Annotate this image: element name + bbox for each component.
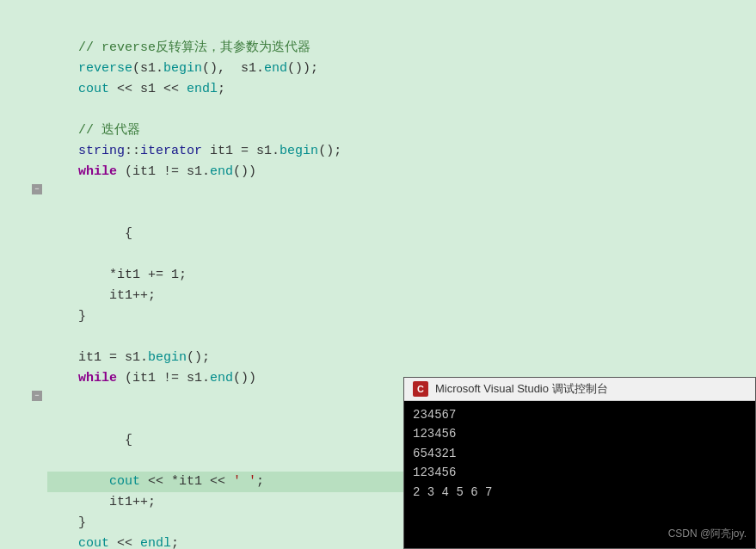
console-window: C Microsoft Visual Studio 调试控制台 234567 1… [403,377,756,549]
console-output-2: 123456 [413,424,747,443]
code-line: while (it1 != s1.end()) [47,162,756,182]
console-titlebar: C Microsoft Visual Studio 调试控制台 [404,378,755,401]
collapse-icon-2[interactable]: − [32,391,42,401]
console-output-5: 2 3 4 5 6 7 [413,483,747,502]
code-line: − { [47,182,756,265]
console-output-3: 654321 [413,444,747,463]
console-icon: C [413,381,428,397]
code-line: it1++; [47,286,756,306]
editor-area: // reverse反转算法，其参数为迭代器 reverse(s1.begin(… [0,0,756,549]
collapse-icon[interactable]: − [32,184,42,194]
console-output-1: 234567 [413,405,747,424]
code-line [47,17,756,38]
code-line [47,100,756,120]
code-line: string::iterator it1 = s1.begin(); [47,141,756,162]
console-title: Microsoft Visual Studio 调试控制台 [435,381,608,397]
code-line [47,327,756,348]
code-line: it1 = s1.begin(); [47,348,756,368]
code-line: // reverse反转算法，其参数为迭代器 [47,38,756,59]
code-line: reverse(s1.begin(), s1.end()); [47,59,756,79]
code-line: *it1 += 1; [47,265,756,286]
code-line: cout << s1 << endl; [47,79,756,100]
console-body: 234567 123456 654321 123456 2 3 4 5 6 7 [404,401,755,506]
console-output-4: 123456 [413,463,747,482]
code-line: // 迭代器 [47,120,756,141]
csdn-watermark: CSDN @阿亮joy. [668,527,747,541]
code-line: } [47,306,756,327]
